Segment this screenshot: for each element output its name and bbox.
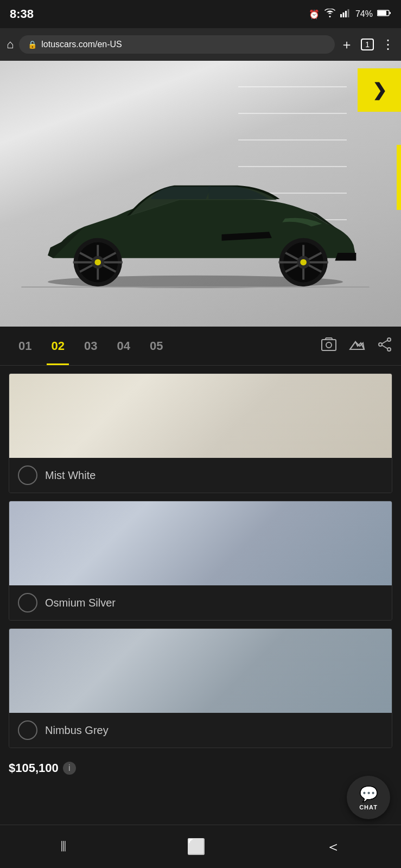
mist-white-radio[interactable] [18,465,37,485]
svg-point-28 [387,338,391,341]
tab-count[interactable]: 1 [361,39,374,50]
svg-rect-1 [342,12,344,17]
car-image: ❯ [0,61,401,327]
lock-icon: 🔒 [28,40,37,49]
address-bar[interactable]: 🔒 lotuscars.com/en-US [19,35,335,54]
car-svg [11,140,401,294]
tab-bar: 01 02 03 04 05 [0,327,401,366]
status-time: 8:38 [10,7,34,21]
menu-dots-icon[interactable]: ⋮ [381,37,394,52]
tab-action-icons [321,337,392,355]
price-value: $105,100 [9,761,59,775]
osmium-silver-label-row: Osmium Silver [9,585,392,620]
nimbus-grey-name: Nimbus Grey [45,724,109,737]
mist-white-name: Mist White [45,469,96,482]
nav-home[interactable]: ⬜ [170,832,222,861]
browser-actions: ＋ 1 ⋮ [340,36,394,53]
osmium-silver-radio[interactable] [18,593,37,612]
new-tab-icon[interactable]: ＋ [340,36,353,53]
color-options: Mist White Osmium Silver Nimbus Grey [0,366,401,756]
svg-rect-3 [347,9,349,17]
chevron-right-icon: ❯ [372,80,387,100]
browser-url: lotuscars.com/en-US [41,40,122,49]
svg-line-31 [382,340,387,343]
wifi-icon [324,9,336,20]
svg-rect-0 [340,14,342,17]
next-arrow[interactable]: ❯ [358,68,401,112]
mist-white-label-row: Mist White [9,458,392,493]
ar-view-icon[interactable] [349,337,365,355]
price-info-button[interactable]: i [63,762,76,775]
tab-02[interactable]: 02 [41,327,74,365]
svg-point-26 [326,342,332,348]
nav-bar: ⦀ ⬜ ＜ [0,825,401,868]
chat-label: CHAT [359,804,378,810]
battery-icon [377,9,391,19]
svg-point-23 [94,259,101,266]
tab-01[interactable]: 01 [9,327,41,365]
svg-line-32 [382,345,387,348]
osmium-silver-name: Osmium Silver [45,597,116,609]
color-card-osmium-silver[interactable]: Osmium Silver [9,501,392,621]
screenshot-icon[interactable] [321,337,337,355]
svg-rect-5 [378,11,386,15]
osmium-silver-swatch [9,501,392,585]
nav-back[interactable]: ＜ [309,831,357,863]
yellow-accent [397,145,401,210]
battery-text: 74% [355,9,373,19]
mist-white-swatch [9,374,392,458]
alarm-icon: ⏰ [309,9,320,20]
status-icons: ⏰ 74% [309,9,391,20]
svg-point-15 [300,259,307,266]
share-icon[interactable] [377,337,392,355]
svg-rect-25 [322,340,336,350]
color-card-mist-white[interactable]: Mist White [9,373,392,493]
svg-point-30 [379,343,382,346]
nimbus-grey-swatch [9,629,392,713]
home-icon[interactable]: ⌂ [7,37,14,52]
nimbus-grey-radio[interactable] [18,720,37,740]
chat-button[interactable]: 💬 CHAT [347,776,390,819]
svg-rect-6 [390,12,391,14]
tab-04[interactable]: 04 [107,327,139,365]
chat-bubble-icon: 💬 [359,785,378,803]
color-card-nimbus-grey[interactable]: Nimbus Grey [9,628,392,748]
signal-icon [340,9,351,20]
nimbus-grey-label-row: Nimbus Grey [9,713,392,748]
tab-05[interactable]: 05 [140,327,173,365]
status-bar: 8:38 ⏰ 74% [0,0,401,28]
nav-recent-apps[interactable]: ⦀ [44,832,83,861]
svg-rect-2 [345,11,347,17]
browser-bar: ⌂ 🔒 lotuscars.com/en-US ＋ 1 ⋮ [0,28,401,61]
price-bar: $105,100 i [0,756,401,781]
tab-03[interactable]: 03 [74,327,107,365]
svg-point-29 [387,348,391,351]
